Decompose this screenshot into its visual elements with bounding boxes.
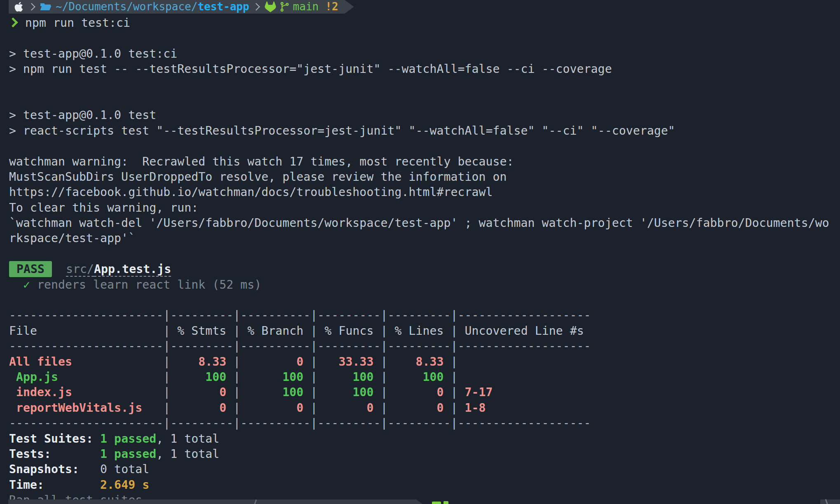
text-segment: 8.33 [387,355,451,369]
prompt-path-name: test-app [197,0,249,13]
text-segment: 0 [240,401,310,415]
text-segment: 33.33 [317,355,380,369]
text-segment: > test-app@0.1.0 test:ci [9,47,177,61]
text-segment: | [451,355,458,369]
text-segment: ----------------------|---------|-------… [9,308,591,322]
coverage-table-header: File | % Stmts | % Branch | % Funcs | % … [9,323,829,338]
terminal-line: To clear this warning, run: [9,200,829,215]
text-segment: Uncovered Line #s [458,324,591,338]
text-segment: , 1 total [156,432,219,446]
file-link[interactable]: App.test.js [94,262,171,276]
text-segment: | [380,401,387,415]
terminal-line: rkspace/test-app'` [9,231,829,246]
text-segment: | [163,355,170,369]
text-segment: ----------------------|---------|-------… [9,339,591,353]
text-segment: watchman warning: Recrawled this watch 1… [9,155,514,168]
git-status-badge: !2 [325,0,338,14]
text-segment: | [380,370,387,384]
prompt-path-prefix: ~/Documents/workspace/ [56,0,197,13]
text-segment: reportWebVitals.js [9,401,163,415]
terminal-line [9,246,829,261]
text-segment: | [451,401,458,415]
text-segment: % Stmts [170,324,233,338]
text-segment: | [451,385,458,399]
text-segment: All files [9,355,163,369]
text-segment: 8.33 [170,355,233,369]
terminal-line: PASS src/App.test.js [9,261,829,277]
text-segment: | [163,385,170,399]
terminal-line: > test-app@0.1.0 test [9,107,829,123]
terminal-line [9,30,829,46]
text-segment: 100 [317,385,380,399]
text-segment: 100 [317,370,380,384]
coverage-row: reportWebVitals.js | 0 | 0 | 0 | 0 | 1-8 [9,400,829,415]
text-segment: `watchman watch-del '/Users/fabbro/Docum… [9,216,829,230]
text-segment: 7-17 [458,385,591,399]
terminal-line [9,138,829,154]
text-segment: | [310,324,317,338]
prompt-path[interactable]: ~/Documents/workspace/test-app [56,0,249,14]
text-segment: 0 [170,401,233,415]
git-branch-name[interactable]: main [293,0,319,14]
terminal-line: ✓ renders learn react link (52 ms) [9,277,829,292]
text-segment: 1 passed [100,447,156,461]
url-link[interactable]: https://facebook.github.io/watchman/docs… [9,185,493,199]
terminal-line [9,77,829,92]
next-prompt-git-icon-partial [432,502,441,504]
summary-row: Snapshots: 0 total [9,462,829,477]
text-segment: Time: [9,478,100,492]
text-segment: > react-scripts test "--testResultsProce… [9,124,675,138]
text-segment: | [380,355,387,369]
text-segment: 0 total [100,462,149,476]
text-segment: 1-8 [458,401,591,415]
text-segment: 0 [317,401,380,415]
text-segment: 0 [240,355,310,369]
apple-logo-icon [14,1,23,12]
text-segment: , 1 total [156,447,219,461]
text-segment: 2.649 s [100,478,149,492]
text-segment: > test-app@0.1.0 test [9,108,156,122]
prompt-bar: ~/Documents/workspace/test-app main !2 [9,0,354,14]
text-segment: | [233,385,240,399]
next-prompt-git-icon-partial [443,501,448,504]
text-segment: To clear this warning, run: [9,201,198,215]
pass-badge: PASS [9,261,52,277]
text-segment: 100 [240,370,310,384]
prompt-chevron-icon [8,17,18,27]
text-segment: App.js [9,370,163,384]
gitlab-icon [265,1,276,12]
text-segment: | [380,385,387,399]
summary-row: Time: 2.649 s [9,477,829,492]
text-segment: 100 [240,385,310,399]
text-segment: | [233,370,240,384]
text-segment: rkspace/test-app'` [9,231,135,245]
text-segment: File [9,324,163,338]
text-segment: | [163,324,170,338]
text-segment: ----------------------|---------|-------… [9,416,591,430]
terminal-output[interactable]: npm run test:ci> test-app@0.1.0 test:ci>… [9,15,829,504]
terminal-line: watchman warning: Recrawled this watch 1… [9,154,829,169]
text-segment: % Funcs [317,324,380,338]
text-segment: | [451,370,458,384]
text-segment: | [451,324,458,338]
text-segment: npm run test:ci [25,16,130,30]
terminal-line: https://facebook.github.io/watchman/docs… [9,184,829,200]
git-branch-icon [279,1,290,12]
coverage-row: All files | 8.33 | 0 | 33.33 | 8.33 | [9,354,829,369]
chevron-separator-icon [28,3,35,10]
text-segment: 0 [170,385,233,399]
text-segment: 100 [170,370,233,384]
text-segment: index.js [9,385,163,399]
coverage-table-rule: ----------------------|---------|-------… [9,415,829,431]
text-segment: 1 passed [100,432,156,446]
coverage-row: App.js | 100 | 100 | 100 | 100 | [9,369,829,385]
text-segment: 100 [387,370,451,384]
folder-icon [40,2,52,12]
text-segment: | [310,370,317,384]
next-prompt-bar-partial [8,499,422,504]
file-link[interactable]: src/ [66,262,94,276]
chevron-separator-icon [252,3,260,10]
terminal-line [9,292,829,308]
terminal-line: MustScanSubDirs UserDroppedTo resolve, p… [9,169,829,184]
text-segment: MustScanSubDirs UserDroppedTo resolve, p… [9,170,507,184]
